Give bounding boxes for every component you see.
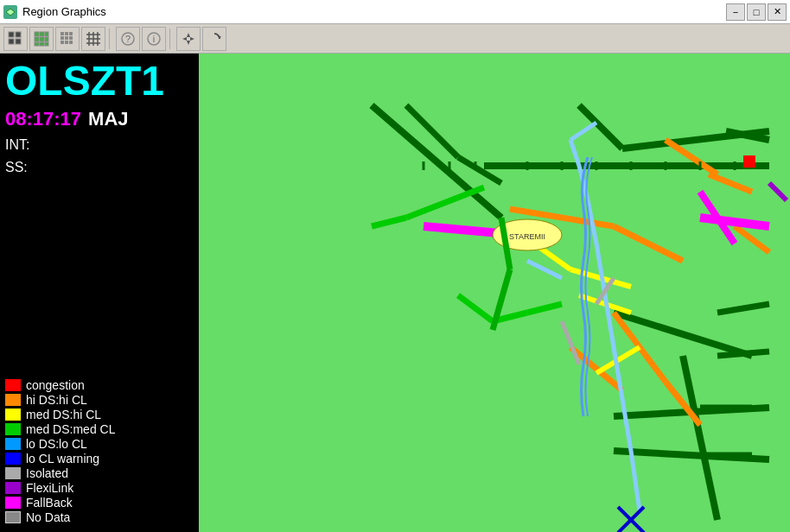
svg-rect-3	[9, 39, 14, 44]
svg-rect-16	[69, 32, 73, 35]
svg-rect-2	[16, 32, 21, 37]
title-bar-left: Region Graphics	[3, 5, 106, 19]
svg-rect-4	[16, 39, 21, 44]
legend-swatch-isolated	[5, 467, 21, 479]
svg-rect-11	[35, 42, 39, 46]
toolbar: ? i	[0, 24, 790, 54]
svg-text:?: ?	[125, 34, 131, 44]
svg-rect-20	[61, 41, 64, 44]
legend-label-flexilink: FlexiLink	[26, 481, 73, 495]
legend-item-lo-cl: lo CL warning	[5, 452, 194, 466]
maximize-button[interactable]: □	[747, 3, 766, 21]
ss-row: SS:	[5, 160, 194, 175]
legend-label-lo-ds: lo DS:lo CL	[26, 437, 87, 451]
svg-rect-13	[45, 42, 48, 46]
legend-item-hi-ds: hi DS:hi CL	[5, 393, 194, 407]
svg-rect-15	[65, 32, 68, 35]
svg-rect-97	[743, 155, 755, 168]
int-row: INT:	[5, 137, 194, 153]
svg-rect-22	[69, 41, 73, 44]
legend-swatch-med-ds-med	[5, 423, 21, 435]
legend-swatch-congestion	[5, 379, 21, 391]
svg-rect-5	[35, 32, 39, 36]
svg-rect-8	[35, 37, 39, 41]
legend-swatch-med-ds-hi	[5, 408, 21, 421]
svg-rect-18	[65, 36, 68, 40]
left-panel: OLSZT1 08:17:17 MAJ INT: SS: congestion …	[0, 54, 199, 532]
svg-text:i: i	[153, 34, 155, 44]
svg-rect-7	[45, 32, 48, 36]
main-area: OLSZT1 08:17:17 MAJ INT: SS: congestion …	[0, 54, 790, 532]
legend-label-med-ds-hi: med DS:hi CL	[26, 408, 101, 421]
legend-swatch-fallback	[5, 497, 21, 509]
info-button[interactable]: i	[142, 27, 166, 51]
svg-rect-14	[61, 32, 64, 35]
legend: congestion hi DS:hi CL med DS:hi CL med …	[5, 378, 194, 529]
legend-item-med-ds-med: med DS:med CL	[5, 422, 194, 436]
app-icon	[3, 5, 17, 19]
toolbar-separator-2	[169, 28, 173, 49]
map-area[interactable]: STAREMII	[199, 54, 790, 532]
toolbar-separator-1	[109, 28, 112, 49]
legend-item-med-ds-hi: med DS:hi CL	[5, 408, 194, 421]
legend-swatch-lo-cl	[5, 453, 21, 465]
toolbar-btn-2[interactable]	[29, 27, 54, 51]
svg-rect-6	[40, 32, 44, 36]
svg-rect-19	[69, 36, 73, 40]
legend-item-flexilink: FlexiLink	[5, 481, 194, 495]
svg-marker-34	[187, 41, 190, 45]
legend-swatch-flexilink	[5, 482, 21, 494]
legend-item-nodata: No Data	[5, 510, 194, 524]
minimize-button[interactable]: −	[726, 3, 745, 21]
move-button[interactable]	[176, 27, 201, 51]
svg-rect-10	[45, 37, 48, 41]
window-controls: − □ ✕	[726, 3, 787, 21]
legend-swatch-nodata	[5, 511, 21, 523]
refresh-button[interactable]	[202, 27, 226, 51]
station-id: OLSZT1	[5, 59, 194, 104]
time-row: 08:17:17 MAJ	[5, 108, 194, 130]
svg-marker-33	[187, 33, 190, 37]
svg-rect-1	[9, 32, 14, 37]
toolbar-btn-1[interactable]	[3, 27, 28, 51]
legend-label-med-ds-med: med DS:med CL	[26, 422, 115, 436]
legend-item-isolated: Isolated	[5, 466, 194, 480]
legend-label-hi-ds: hi DS:hi CL	[26, 393, 87, 407]
svg-marker-37	[218, 36, 221, 39]
map-svg: STAREMII	[199, 54, 790, 532]
svg-text:STAREMII: STAREMII	[509, 232, 545, 241]
legend-label-lo-cl: lo CL warning	[26, 452, 99, 466]
time-value: 08:17:17	[5, 108, 81, 130]
svg-rect-17	[61, 36, 64, 40]
legend-item-lo-ds: lo DS:lo CL	[5, 437, 194, 451]
toolbar-btn-4[interactable]	[81, 27, 105, 51]
legend-swatch-lo-ds	[5, 438, 21, 450]
status-value: MAJ	[88, 108, 128, 130]
legend-label-congestion: congestion	[26, 378, 85, 392]
toolbar-btn-3[interactable]	[55, 27, 80, 51]
legend-item-congestion: congestion	[5, 378, 194, 392]
svg-marker-35	[182, 37, 187, 41]
title-bar: Region Graphics − □ ✕	[0, 0, 790, 24]
legend-label-isolated: Isolated	[26, 466, 68, 480]
help-button[interactable]: ?	[116, 27, 140, 51]
svg-rect-12	[40, 42, 44, 46]
window-title: Region Graphics	[22, 5, 106, 18]
svg-rect-21	[65, 41, 68, 44]
legend-swatch-hi-ds	[5, 394, 21, 406]
close-button[interactable]: ✕	[768, 3, 787, 21]
legend-item-fallback: FallBack	[5, 496, 194, 510]
svg-rect-9	[40, 37, 44, 41]
svg-marker-36	[190, 37, 194, 41]
legend-label-fallback: FallBack	[26, 496, 73, 510]
legend-label-nodata: No Data	[26, 510, 70, 524]
